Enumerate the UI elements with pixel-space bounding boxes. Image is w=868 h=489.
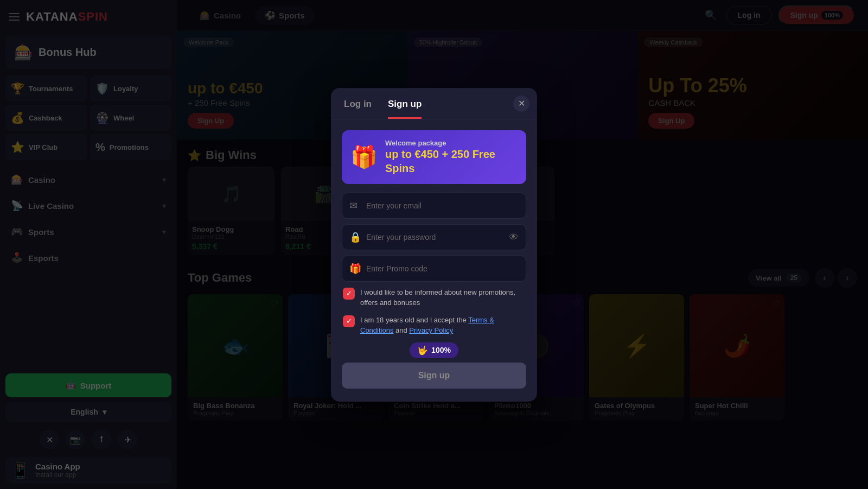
checkbox-promotions-row: ✓ I would like to be informed about new …	[342, 287, 526, 308]
signup-main-button[interactable]: Sign up	[342, 363, 526, 389]
modal-body: 🎁 Welcome package up to €450 + 250 Free …	[331, 119, 537, 389]
modal-overlay: Log in Sign up ✕ 🎁 Welcome package up to…	[0, 0, 868, 489]
auth-modal: Log in Sign up ✕ 🎁 Welcome package up to…	[331, 88, 537, 402]
checkbox-terms-row: ✓ I am 18 years old and I accept the Ter…	[342, 315, 526, 336]
email-input-group: ✉	[342, 193, 526, 219]
privacy-link[interactable]: Privacy Policy	[409, 326, 453, 334]
password-input-group: 🔒 👁	[342, 224, 526, 250]
checkbox-terms[interactable]: ✓	[343, 315, 355, 327]
modal-close-button[interactable]: ✕	[513, 96, 529, 112]
tab-login[interactable]: Log in	[344, 99, 372, 119]
gift-icon: 🎁	[349, 263, 361, 275]
promo-input[interactable]	[342, 256, 526, 282]
tab-signup[interactable]: Sign up	[388, 99, 422, 119]
password-input[interactable]	[342, 224, 526, 250]
welcome-label: Welcome package	[385, 139, 518, 147]
email-input[interactable]	[342, 193, 526, 219]
eye-slash-icon[interactable]: 👁	[509, 231, 519, 243]
lock-icon: 🔒	[349, 231, 361, 243]
modal-tabs: Log in Sign up	[331, 88, 537, 119]
welcome-icon: 🎁	[350, 144, 378, 170]
checkbox-terms-text: I am 18 years old and I accept the Terms…	[360, 315, 525, 336]
modal-badge: 🤟 100%	[342, 342, 526, 358]
promo-input-group: 🎁	[342, 256, 526, 282]
email-icon: ✉	[349, 200, 358, 212]
checkbox-promotions-text: I would like to be informed about new pr…	[360, 287, 525, 308]
badge-text: 100%	[431, 346, 451, 354]
badge-emoji: 🤟	[417, 345, 428, 355]
welcome-banner: 🎁 Welcome package up to €450 + 250 Free …	[342, 130, 526, 184]
checkbox-promotions[interactable]: ✓	[343, 288, 355, 300]
welcome-amount: up to €450 + 250 Free Spins	[385, 147, 518, 175]
